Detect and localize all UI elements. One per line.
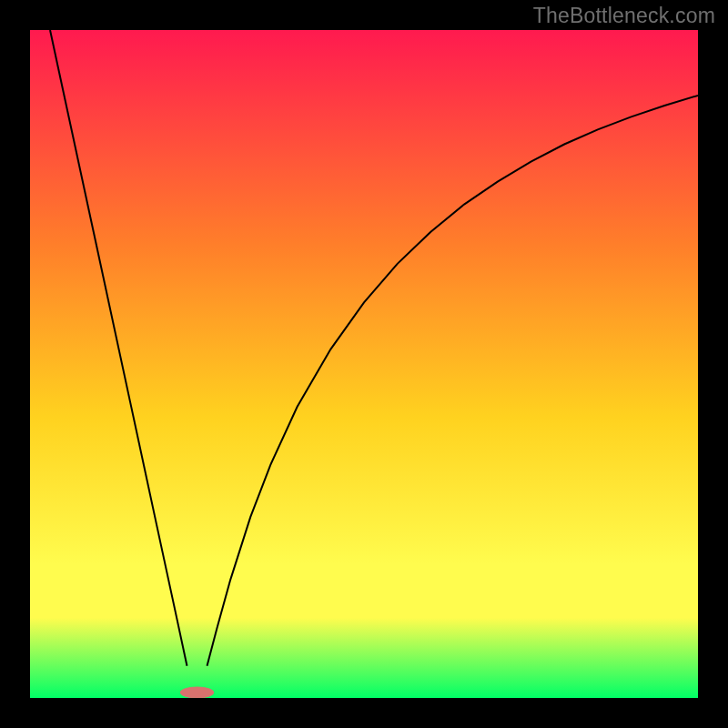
- minimum-marker: [180, 687, 214, 698]
- chart-frame: TheBottleneck.com: [0, 0, 728, 728]
- watermark-text: TheBottleneck.com: [533, 4, 715, 28]
- plot-area: [30, 30, 698, 698]
- chart-svg: [30, 30, 698, 698]
